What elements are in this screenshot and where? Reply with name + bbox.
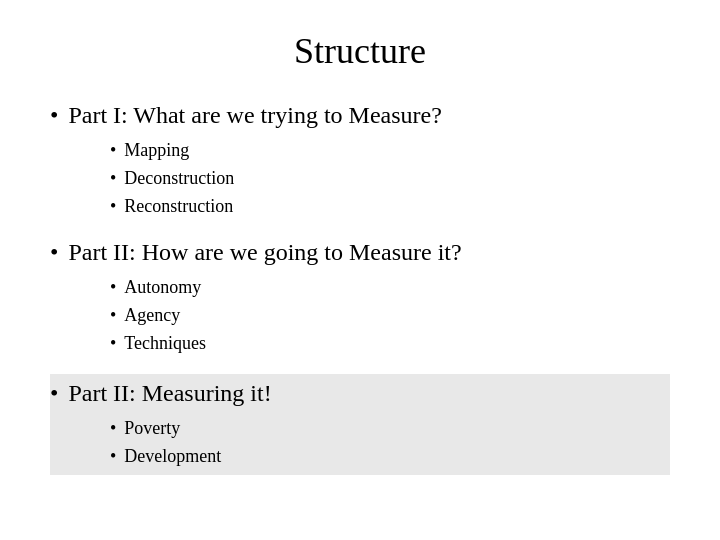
sub-bullet-agency: • Agency <box>110 302 670 330</box>
sub-bullet-mapping: • Mapping <box>110 137 670 165</box>
bullet-dot: • <box>50 237 58 268</box>
sub-label-development: Development <box>124 443 221 471</box>
sub-label-autonomy: Autonomy <box>124 274 201 302</box>
sub-label-poverty: Poverty <box>124 415 180 443</box>
sub-bullet-development: • Development <box>110 443 670 471</box>
sub-bullets-part3: • Poverty • Development <box>110 415 670 471</box>
bullet-dot: • <box>50 100 58 131</box>
sub-label-deconstruction: Deconstruction <box>124 165 234 193</box>
main-bullet-part2: • Part II: How are we going to Measure i… <box>50 237 670 268</box>
sub-bullet-techniques: • Techniques <box>110 330 670 358</box>
sub-label-techniques: Techniques <box>124 330 206 358</box>
sub-bullet-reconstruction: • Reconstruction <box>110 193 670 221</box>
sub-dot: • <box>110 443 116 471</box>
sub-dot: • <box>110 274 116 302</box>
section-part3: • Part II: Measuring it! • Poverty • Dev… <box>50 374 670 475</box>
section-part1: • Part I: What are we trying to Measure?… <box>50 100 670 237</box>
sub-dot: • <box>110 330 116 358</box>
bullet-dot: • <box>50 378 58 409</box>
sub-bullets-part1: • Mapping • Deconstruction • Reconstruct… <box>110 137 670 221</box>
sub-dot: • <box>110 137 116 165</box>
sub-dot: • <box>110 302 116 330</box>
sub-bullet-autonomy: • Autonomy <box>110 274 670 302</box>
sub-dot: • <box>110 415 116 443</box>
sub-label-reconstruction: Reconstruction <box>124 193 233 221</box>
content-area: • Part I: What are we trying to Measure?… <box>50 100 670 475</box>
main-bullet-label-part2: Part II: How are we going to Measure it? <box>68 237 461 268</box>
sub-label-agency: Agency <box>124 302 180 330</box>
sub-bullet-poverty: • Poverty <box>110 415 670 443</box>
main-bullet-label-part3: Part II: Measuring it! <box>68 378 271 409</box>
main-bullet-part3: • Part II: Measuring it! <box>50 378 670 409</box>
sub-bullets-part2: • Autonomy • Agency • Techniques <box>110 274 670 358</box>
section-part2: • Part II: How are we going to Measure i… <box>50 237 670 374</box>
main-bullet-part1: • Part I: What are we trying to Measure? <box>50 100 670 131</box>
sub-dot: • <box>110 193 116 221</box>
main-bullet-label-part1: Part I: What are we trying to Measure? <box>68 100 441 131</box>
slide-title: Structure <box>294 30 426 72</box>
sub-label-mapping: Mapping <box>124 137 189 165</box>
sub-bullet-deconstruction: • Deconstruction <box>110 165 670 193</box>
sub-dot: • <box>110 165 116 193</box>
